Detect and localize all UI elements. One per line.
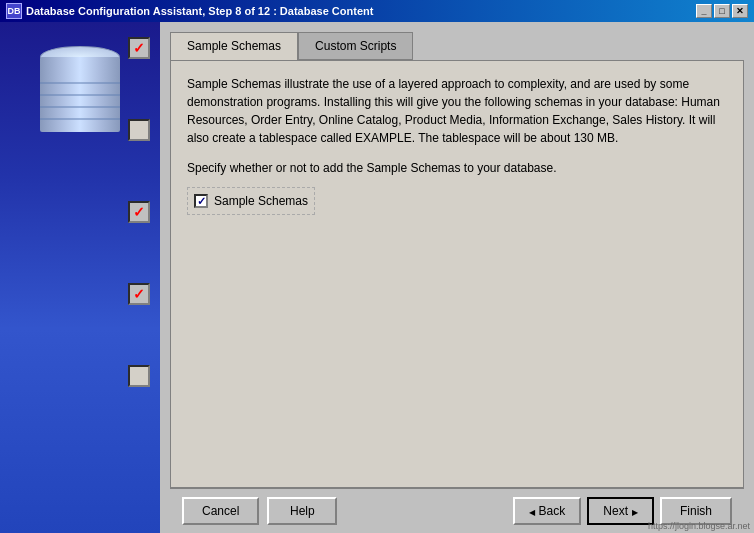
next-arrow-icon bbox=[632, 504, 638, 518]
main-container: Sample Schemas Custom Scripts Sample Sch… bbox=[0, 22, 754, 533]
tab-custom-scripts[interactable]: Custom Scripts bbox=[298, 32, 413, 60]
db-line-1 bbox=[40, 82, 120, 84]
close-button[interactable]: ✕ bbox=[732, 4, 748, 18]
next-button[interactable]: Next bbox=[587, 497, 654, 525]
help-button[interactable]: Help bbox=[267, 497, 337, 525]
sidebar-checkboxes bbox=[128, 37, 150, 387]
sample-schemas-checkbox[interactable] bbox=[194, 194, 208, 208]
sample-schemas-checkbox-container[interactable]: Sample Schemas bbox=[187, 187, 315, 215]
titlebar-left: DB Database Configuration Assistant, Ste… bbox=[6, 3, 373, 19]
description-text: Sample Schemas illustrate the use of a l… bbox=[187, 75, 727, 147]
sidebar-checkbox-4[interactable] bbox=[128, 283, 150, 305]
app-icon: DB bbox=[6, 3, 22, 19]
watermark: https://jlogin.blogse.ar.net bbox=[648, 521, 750, 531]
minimize-button[interactable]: _ bbox=[696, 4, 712, 18]
db-line-2 bbox=[40, 94, 120, 96]
cancel-button[interactable]: Cancel bbox=[182, 497, 259, 525]
back-arrow-icon bbox=[529, 504, 535, 518]
sidebar-checkbox-2[interactable] bbox=[128, 119, 150, 141]
database-icon bbox=[40, 42, 120, 137]
sidebar-checkbox-1[interactable] bbox=[128, 37, 150, 59]
tab-container: Sample Schemas Custom Scripts bbox=[170, 32, 744, 60]
sidebar-checkbox-5[interactable] bbox=[128, 365, 150, 387]
maximize-button[interactable]: □ bbox=[714, 4, 730, 18]
content-panel: Sample Schemas illustrate the use of a l… bbox=[170, 60, 744, 488]
db-cylinder-lines bbox=[40, 82, 120, 130]
back-button[interactable]: Back bbox=[513, 497, 582, 525]
window-title: Database Configuration Assistant, Step 8… bbox=[26, 5, 373, 17]
bottom-left-buttons: Cancel Help bbox=[182, 497, 337, 525]
titlebar: DB Database Configuration Assistant, Ste… bbox=[0, 0, 754, 22]
specify-text: Specify whether or not to add the Sample… bbox=[187, 159, 727, 177]
sidebar-checkbox-3[interactable] bbox=[128, 201, 150, 223]
sample-schemas-label: Sample Schemas bbox=[214, 192, 308, 210]
db-line-4 bbox=[40, 118, 120, 120]
tab-sample-schemas[interactable]: Sample Schemas bbox=[170, 32, 298, 60]
sidebar bbox=[0, 22, 160, 533]
titlebar-controls: _ □ ✕ bbox=[696, 4, 748, 18]
db-cylinder-body bbox=[40, 57, 120, 132]
db-line-3 bbox=[40, 106, 120, 108]
